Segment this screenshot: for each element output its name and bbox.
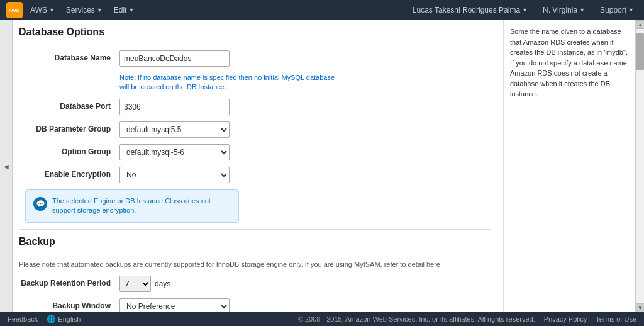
database-port-input[interactable] xyxy=(119,99,230,115)
region-caret-icon: ▼ xyxy=(579,7,585,13)
retention-days-label: days xyxy=(155,279,170,288)
backup-window-row: Backup Window No Preference xyxy=(19,298,491,312)
backup-retention-select[interactable]: 7 1234 568910 xyxy=(119,276,151,292)
database-port-label: Database Port xyxy=(19,99,119,111)
database-name-control xyxy=(119,50,491,67)
main-form: Database Options Database Name Note: if … xyxy=(13,20,503,312)
right-sidebar: Some the name given to a database that A… xyxy=(503,20,635,312)
content-area: Database Options Database Name Note: if … xyxy=(13,20,644,312)
edit-caret-icon: ▼ xyxy=(128,7,134,13)
enable-encryption-row: Enable Encryption No Yes xyxy=(19,167,491,183)
database-name-row: Database Name xyxy=(19,50,491,67)
terms-of-use-link[interactable]: Terms of Use xyxy=(596,315,636,323)
feedback-link[interactable]: Feedback xyxy=(8,315,38,323)
database-name-input[interactable] xyxy=(119,50,230,67)
backup-window-label: Backup Window xyxy=(19,298,119,310)
database-options-title: Database Options xyxy=(19,26,491,42)
sidebar-description: Some the name given to a database that A… xyxy=(510,26,629,99)
aws-logo[interactable]: AWS xyxy=(6,2,23,18)
enable-encryption-select[interactable]: No Yes xyxy=(119,167,230,183)
enable-encryption-control: No Yes xyxy=(119,167,491,183)
database-name-label: Database Name xyxy=(19,50,119,62)
backup-section-title: Backup xyxy=(19,236,491,251)
nav-right: Lucas Takeshi Rodrigues Palma ▼ N. Virgi… xyxy=(409,3,638,17)
scrollbar-track[interactable]: ▲ ▼ xyxy=(635,20,644,312)
globe-icon: 🌐 xyxy=(47,315,56,323)
backup-window-control: No Preference xyxy=(119,298,491,312)
encryption-info-box: 💬 The selected Engine or DB Instance Cla… xyxy=(25,189,239,223)
nav-left: AWS AWS ▼ Services ▼ Edit ▼ xyxy=(6,2,138,18)
option-group-select[interactable]: default:mysql-5-6 xyxy=(119,144,230,160)
option-group-row: Option Group default:mysql-5-6 xyxy=(19,144,491,160)
info-icon: 💬 xyxy=(33,197,47,211)
option-group-label: Option Group xyxy=(19,144,119,156)
scroll-up-arrow[interactable]: ▲ xyxy=(636,20,644,29)
db-parameter-group-row: DB Parameter Group default.mysql5.5 xyxy=(19,121,491,138)
aws-caret-icon: ▼ xyxy=(49,7,55,13)
support-caret-icon: ▼ xyxy=(628,7,634,13)
scroll-thumb[interactable] xyxy=(636,33,644,70)
section-divider-1 xyxy=(19,229,491,230)
services-nav-btn[interactable]: Services ▼ xyxy=(62,3,106,17)
english-link[interactable]: 🌐 English xyxy=(47,315,80,323)
db-parameter-group-control: default.mysql5.5 xyxy=(119,121,491,138)
privacy-policy-link[interactable]: Privacy Policy xyxy=(544,315,587,323)
backup-retention-label: Backup Retention Period xyxy=(19,276,119,288)
bottom-bar-right: © 2008 - 2015, Amazon Web Services, Inc.… xyxy=(298,315,636,323)
edit-nav-btn[interactable]: Edit ▼ xyxy=(110,3,138,17)
enable-encryption-label: Enable Encryption xyxy=(19,167,119,179)
retention-row: 7 1234 568910 days xyxy=(119,276,491,292)
support-nav-btn[interactable]: Support ▼ xyxy=(596,3,638,17)
services-caret-icon: ▼ xyxy=(97,7,103,13)
user-nav-btn[interactable]: Lucas Takeshi Rodrigues Palma ▼ xyxy=(409,3,531,17)
user-caret-icon: ▼ xyxy=(522,7,528,13)
region-nav-btn[interactable]: N. Virginia ▼ xyxy=(539,3,589,17)
option-group-control: default:mysql-5-6 xyxy=(119,144,491,160)
database-port-control xyxy=(119,99,491,115)
db-parameter-group-select[interactable]: default.mysql5.5 xyxy=(119,121,230,138)
backup-note: Please note that automated backups are c… xyxy=(19,260,491,269)
copyright-text: © 2008 - 2015, Amazon Web Services, Inc.… xyxy=(298,315,535,323)
database-name-note: Note: if no database name is specified t… xyxy=(119,73,340,93)
bottom-bar-left: Feedback 🌐 English xyxy=(8,315,80,323)
main-wrapper: ◀ Database Options Database Name Note: i… xyxy=(0,20,644,312)
top-navigation: AWS AWS ▼ Services ▼ Edit ▼ Lucas Takesh… xyxy=(0,0,644,20)
backup-retention-control: 7 1234 568910 days xyxy=(119,276,491,292)
database-port-row: Database Port xyxy=(19,99,491,115)
scroll-down-arrow[interactable]: ▼ xyxy=(636,303,644,312)
side-panel-toggle[interactable]: ◀ xyxy=(0,20,13,312)
aws-nav-btn[interactable]: AWS ▼ xyxy=(26,3,58,17)
backup-retention-row: Backup Retention Period 7 1234 568910 da… xyxy=(19,276,491,292)
bottom-bar: Feedback 🌐 English © 2008 - 2015, Amazon… xyxy=(0,312,644,326)
db-parameter-group-label: DB Parameter Group xyxy=(19,121,119,133)
backup-window-select[interactable]: No Preference xyxy=(119,298,230,312)
info-box-text: The selected Engine or DB Instance Class… xyxy=(52,196,231,216)
svg-text:AWS: AWS xyxy=(9,8,19,13)
